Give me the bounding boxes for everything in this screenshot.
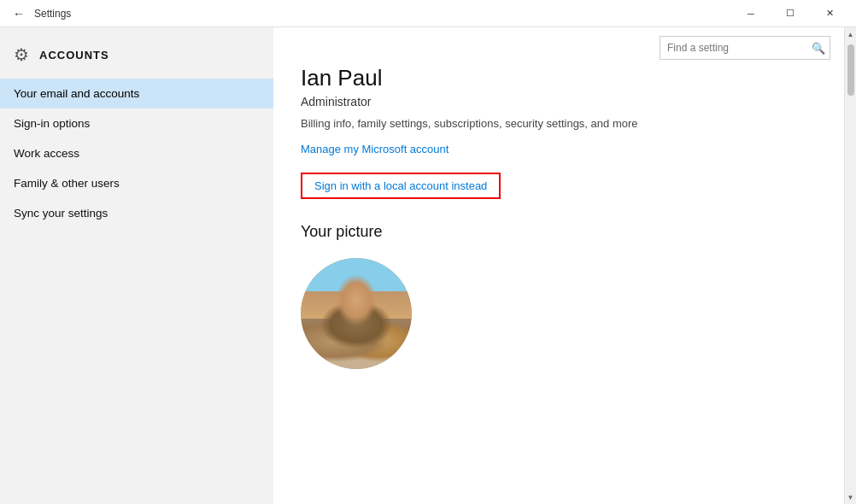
avatar	[301, 258, 412, 369]
sidebar-title: ACCOUNTS	[39, 49, 109, 62]
sidebar-header: ⚙ ACCOUNTS	[0, 38, 273, 79]
manage-account-link[interactable]: Manage my Microsoft account	[301, 143, 449, 155]
picture-section: Your picture	[301, 223, 817, 369]
search-icon: 🔍	[812, 42, 825, 55]
maximize-icon: ☐	[786, 8, 794, 19]
user-profile-section: Ian Paul Administrator Billing info, fam…	[301, 65, 817, 173]
sidebar: ⚙ ACCOUNTS Your email and accounts Sign-…	[0, 27, 273, 504]
app-container: ⚙ ACCOUNTS Your email and accounts Sign-…	[0, 27, 856, 504]
user-role: Administrator	[301, 95, 817, 108]
local-account-section: Sign in with a local account instead	[301, 173, 817, 223]
titlebar-title: Settings	[34, 8, 731, 20]
sidebar-item-email-accounts[interactable]: Your email and accounts	[0, 79, 273, 108]
close-icon: ✕	[826, 8, 834, 19]
sidebar-item-family-users[interactable]: Family & other users	[0, 168, 273, 198]
maximize-button[interactable]: ☐	[771, 0, 810, 27]
sidebar-nav: Your email and accounts Sign-in options …	[0, 79, 273, 228]
titlebar: ← Settings ─ ☐ ✕	[0, 0, 856, 27]
sidebar-item-sync-settings[interactable]: Sync your settings	[0, 198, 273, 228]
sidebar-item-work-access[interactable]: Work access	[0, 138, 273, 168]
gear-icon: ⚙	[14, 44, 29, 65]
scroll-up-button[interactable]: ▲	[845, 27, 857, 41]
search-input[interactable]	[660, 36, 830, 60]
scrollbar-thumb[interactable]	[847, 44, 854, 96]
close-button[interactable]: ✕	[810, 0, 849, 27]
scroll-down-icon: ▼	[847, 494, 854, 501]
user-description: Billing info, family settings, subscript…	[301, 115, 796, 132]
search-bar-area: 🔍	[660, 36, 844, 60]
back-button[interactable]: ←	[7, 2, 31, 26]
picture-heading: Your picture	[301, 223, 817, 241]
back-icon: ←	[13, 7, 25, 21]
minimize-button[interactable]: ─	[731, 0, 771, 27]
user-name: Ian Paul	[301, 65, 817, 91]
avatar-photo	[301, 258, 412, 369]
window-controls: ─ ☐ ✕	[731, 0, 849, 27]
content-area: 🔍 Ian Paul Administrator Billing info, f…	[273, 27, 844, 504]
minimize-icon: ─	[748, 9, 754, 19]
scroll-up-icon: ▲	[847, 31, 854, 38]
sidebar-item-signin-options[interactable]: Sign-in options	[0, 108, 273, 138]
scroll-down-button[interactable]: ▼	[845, 490, 857, 504]
scrollbar: ▲ ▼	[844, 27, 856, 504]
sign-in-local-account-button[interactable]: Sign in with a local account instead	[301, 173, 501, 199]
